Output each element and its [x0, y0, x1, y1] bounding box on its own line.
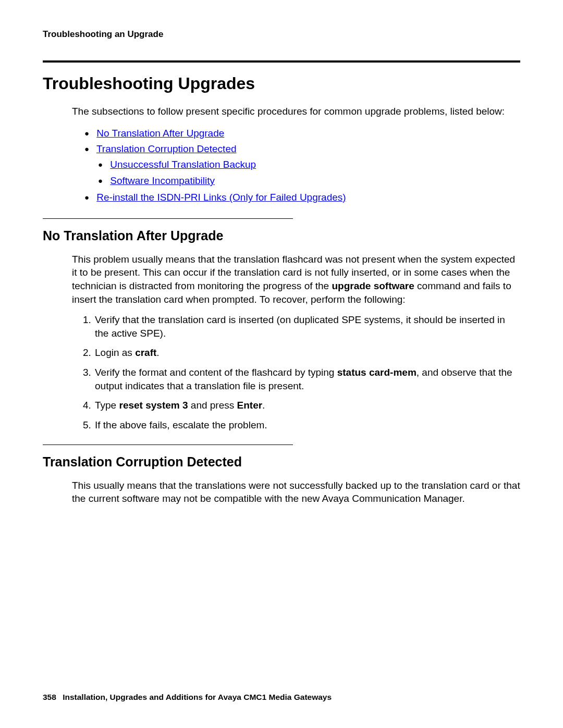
page-footer: 358 Installation, Upgrades and Additions…: [43, 693, 332, 702]
step-item: If the above fails, escalate the problem…: [94, 418, 520, 432]
text-run: and press: [188, 400, 237, 411]
link-translation-corruption[interactable]: Translation Corruption Detected: [96, 143, 237, 154]
text-bold: craft: [135, 347, 156, 358]
step-item: Verify that the translation card is inse…: [94, 313, 520, 340]
bullet-icon: ●: [98, 175, 107, 187]
heading-2-translation-corruption: Translation Corruption Detected: [43, 454, 520, 470]
body-paragraph: This usually means that the translations…: [72, 479, 520, 505]
link-software-incompatibility[interactable]: Software Incompatibility: [110, 175, 215, 186]
toc-link-list-nested: ● Unsuccessful Translation Backup ● Soft…: [98, 157, 520, 189]
toc-link-list: ● No Translation After Upgrade ● Transla…: [84, 126, 520, 206]
heading-2-no-translation: No Translation After Upgrade: [43, 228, 520, 243]
bullet-icon: ●: [98, 158, 107, 171]
text-run: Verify the format and content of the fla…: [95, 367, 337, 378]
bullet-icon: ●: [84, 143, 94, 155]
heading-1: Troubleshooting Upgrades: [43, 74, 520, 93]
ordered-steps: Verify that the translation card is inse…: [94, 313, 520, 431]
body-paragraph: This problem usually means that the tran…: [72, 253, 520, 306]
section-rule: [43, 218, 293, 219]
text-run: Login as: [95, 347, 135, 358]
step-item: Login as craft.: [94, 346, 520, 360]
text-bold: status card-mem: [337, 367, 417, 378]
link-no-translation[interactable]: No Translation After Upgrade: [96, 128, 224, 139]
step-item: Verify the format and content of the fla…: [94, 366, 520, 392]
intro-paragraph: The subsections to follow present specif…: [72, 105, 520, 118]
list-item: ● Translation Corruption Detected ● Unsu…: [84, 141, 520, 189]
text-bold: Enter: [237, 400, 263, 411]
horizontal-rule-thick: [43, 60, 520, 63]
text-run: .: [156, 347, 159, 358]
bullet-icon: ●: [84, 191, 94, 204]
running-head: Troubleshooting an Upgrade: [43, 29, 520, 40]
text-bold: reset system 3: [119, 400, 188, 411]
text-bold: upgrade software: [332, 280, 414, 291]
list-item: ● Software Incompatibility: [98, 173, 520, 189]
page-number: 358: [43, 693, 56, 701]
page-container: Troubleshooting an Upgrade Troubleshooti…: [0, 0, 563, 728]
bullet-icon: ●: [84, 127, 94, 140]
text-run: .: [262, 400, 265, 411]
footer-title: Installation, Upgrades and Additions for…: [63, 693, 332, 701]
list-item: ● No Translation After Upgrade: [84, 126, 520, 141]
text-run: Type: [95, 400, 119, 411]
step-item: Type reset system 3 and press Enter.: [94, 399, 520, 412]
link-reinstall-isdn[interactable]: Re-install the ISDN-PRI Links (Only for …: [96, 192, 346, 203]
list-item: ● Unsuccessful Translation Backup: [98, 157, 520, 172]
section-rule: [43, 445, 293, 445]
list-item: ● Re-install the ISDN-PRI Links (Only fo…: [84, 190, 520, 205]
link-unsuccessful-backup[interactable]: Unsuccessful Translation Backup: [110, 159, 256, 170]
